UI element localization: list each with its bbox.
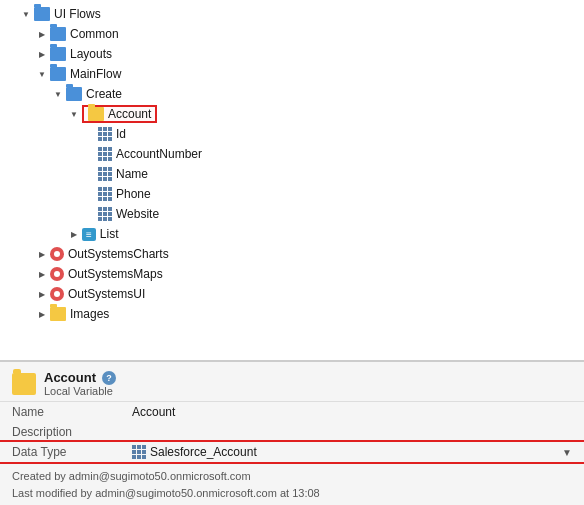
property-row-name: Name Account [0,402,584,422]
datatype-value: Salesforce_Account [150,445,558,459]
tree-item-id[interactable]: Id [0,124,584,144]
property-value-name: Account [120,402,584,422]
label-phone: Phone [116,187,151,201]
arrow-common [36,28,48,40]
dropdown-arrow-icon[interactable]: ▼ [562,447,572,458]
arrow-list [68,228,80,240]
properties-table: Name Account Description Data Type [0,402,584,462]
property-label-description: Description [0,422,120,442]
tree-item-outsystems-charts[interactable]: OutSystemsCharts [0,244,584,264]
created-by-text: Created by admin@sugimoto50.onmicrosoft.… [12,468,572,485]
grid-icon-datatype [132,445,146,459]
arrow-outsystems-charts [36,248,48,260]
label-website: Website [116,207,159,221]
tree-item-create[interactable]: Create [0,84,584,104]
circle-icon-outsystems-charts [50,247,64,261]
label-list: List [100,227,119,241]
grid-icon-account-number [98,147,112,161]
circle-icon-outsystems-maps [50,267,64,281]
tree-item-name[interactable]: Name [0,164,584,184]
tree-item-outsystems-maps[interactable]: OutSystemsMaps [0,264,584,284]
arrow-images [36,308,48,320]
datatype-dropdown[interactable]: Salesforce_Account ▼ [132,445,572,459]
entity-info: Account ? Local Variable [44,370,116,397]
arrow-account [68,108,80,120]
property-row-description: Description [0,422,584,442]
label-outsystems-charts: OutSystemsCharts [68,247,169,261]
account-highlight-box: Account [82,105,157,123]
property-value-datatype[interactable]: Salesforce_Account ▼ [120,442,584,462]
tree-item-outsystems-ui[interactable]: OutSystemsUI [0,284,584,304]
label-mainflow: MainFlow [70,67,121,81]
circle-icon-outsystems-ui [50,287,64,301]
arrow-ui-flows [20,8,32,20]
tree-item-layouts[interactable]: Layouts [0,44,584,64]
label-common: Common [70,27,119,41]
folder-icon-ui-flows [34,7,50,21]
tree-item-account[interactable]: Account [0,104,584,124]
grid-icon-name [98,167,112,181]
property-label-datatype: Data Type [0,442,120,462]
tree-item-ui-flows[interactable]: UI Flows [0,4,584,24]
folder-icon-account [88,107,104,121]
tree-item-list[interactable]: ≡ List [0,224,584,244]
entity-header: Account ? Local Variable [0,362,584,402]
list-badge-icon: ≡ [82,228,96,241]
label-outsystems-maps: OutSystemsMaps [68,267,163,281]
arrow-mainflow [36,68,48,80]
folder-icon-layouts [50,47,66,61]
tree-item-account-number[interactable]: AccountNumber [0,144,584,164]
label-ui-flows: UI Flows [54,7,101,21]
tree-item-website[interactable]: Website [0,204,584,224]
label-account-number: AccountNumber [116,147,202,161]
folder-icon-mainflow [50,67,66,81]
tree-item-common[interactable]: Common [0,24,584,44]
grid-icon-phone [98,187,112,201]
entity-name: Account [44,370,96,385]
folder-icon-create [66,87,82,101]
label-name: Name [116,167,148,181]
arrow-create [52,88,64,100]
label-outsystems-ui: OutSystemsUI [68,287,145,301]
tree-panel: UI Flows Common Layouts MainFlow Create [0,0,584,361]
tree-item-mainflow[interactable]: MainFlow [0,64,584,84]
property-label-name: Name [0,402,120,422]
folder-icon-common [50,27,66,41]
grid-icon-website [98,207,112,221]
arrow-layouts [36,48,48,60]
folder-icon-images [50,307,66,321]
label-account: Account [108,107,151,121]
modified-by-text: Last modified by admin@sugimoto50.onmicr… [12,485,572,502]
bottom-panel: Account ? Local Variable Name Account De… [0,361,584,505]
entity-type: Local Variable [44,385,116,397]
label-images: Images [70,307,109,321]
footer-info: Created by admin@sugimoto50.onmicrosoft.… [0,462,584,505]
help-icon[interactable]: ? [102,371,116,385]
tree-item-phone[interactable]: Phone [0,184,584,204]
arrow-outsystems-ui [36,288,48,300]
label-layouts: Layouts [70,47,112,61]
grid-icon-id [98,127,112,141]
property-value-description [120,422,584,442]
arrow-outsystems-maps [36,268,48,280]
tree-item-images[interactable]: Images [0,304,584,324]
main-container: UI Flows Common Layouts MainFlow Create [0,0,584,505]
label-create: Create [86,87,122,101]
label-id: Id [116,127,126,141]
entity-folder-icon [12,373,36,395]
property-row-datatype[interactable]: Data Type Salesforce_Account ▼ [0,442,584,462]
